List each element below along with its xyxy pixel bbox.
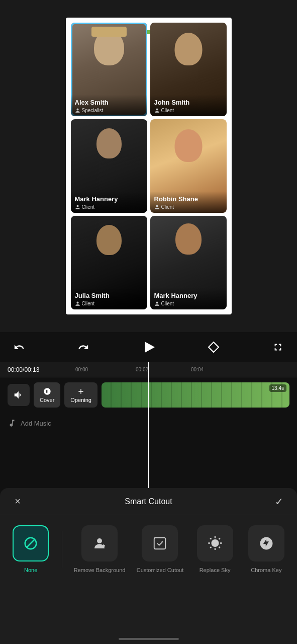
replace-sky-icon bbox=[208, 536, 223, 551]
ruler-marks: 00:00 00:02 00:04 bbox=[75, 362, 297, 377]
person-icon-mark2 bbox=[154, 301, 160, 306]
card-name-mark: Mark Hannery bbox=[75, 195, 143, 203]
cutout-option-none[interactable]: None bbox=[11, 525, 51, 574]
card-name-julia: Julia Smith bbox=[75, 292, 143, 300]
opening-label: Opening bbox=[70, 397, 91, 403]
card-info-mark: Mark Hannery Client bbox=[71, 191, 147, 213]
video-track-stripes bbox=[102, 382, 289, 408]
svg-point-2 bbox=[97, 538, 102, 543]
none-icon bbox=[23, 536, 38, 551]
cutout-option-chroma[interactable]: Chroma Key bbox=[246, 525, 286, 574]
custom-cutout-label: Customized Cutout bbox=[137, 567, 184, 574]
card-role-mark: Client bbox=[75, 204, 143, 210]
bottom-indicator bbox=[119, 638, 179, 640]
panel-title: Smart Cutout bbox=[125, 497, 172, 506]
remove-bg-icon bbox=[92, 536, 107, 551]
current-time: 00:00 bbox=[8, 366, 23, 373]
card-info-alex: Alex Smith Specialist bbox=[71, 95, 147, 116]
photo-grid: Alex Smith Specialist John Smith Client bbox=[66, 18, 232, 314]
person-icon-julia bbox=[75, 301, 80, 306]
grid-card-mark-hannery[interactable]: Mark Hannery Client bbox=[71, 119, 147, 213]
smart-cutout-panel: × Smart Cutout ✓ None bbox=[0, 488, 297, 644]
separator-1 bbox=[62, 531, 62, 568]
ruler-mark-0: 00:00 bbox=[75, 367, 88, 372]
undo-button[interactable] bbox=[10, 338, 28, 356]
play-button[interactable] bbox=[139, 337, 159, 357]
keyframe-button[interactable] bbox=[205, 338, 223, 356]
card-role-john: Client bbox=[154, 108, 223, 113]
replace-sky-icon-wrap bbox=[197, 525, 233, 561]
audio-track-icon bbox=[8, 384, 30, 406]
grid-card-john-smith[interactable]: John Smith Client bbox=[150, 23, 227, 116]
svg-line-1 bbox=[27, 540, 35, 547]
card-info-robbin: Robbin Shane Client bbox=[150, 191, 227, 213]
timeline-playhead[interactable] bbox=[148, 362, 149, 488]
cover-icon bbox=[43, 387, 51, 395]
person-icon-john bbox=[154, 108, 160, 113]
video-preview: Alex Smith Specialist John Smith Client bbox=[0, 0, 297, 332]
replace-sky-label: Replace Sky bbox=[200, 567, 231, 574]
chroma-key-icon bbox=[259, 536, 274, 551]
person-icon-mark bbox=[75, 204, 80, 210]
panel-confirm-button[interactable]: ✓ bbox=[272, 494, 287, 509]
card-role-robbin: Client bbox=[154, 204, 223, 210]
remove-bg-icon-wrap bbox=[81, 525, 118, 561]
chroma-key-label: Chroma Key bbox=[251, 567, 281, 574]
card-name-robbin: Robbin Shane bbox=[154, 195, 223, 203]
card-info-julia: Julia Smith Client bbox=[71, 288, 147, 309]
person-icon-robbin bbox=[154, 204, 160, 210]
cutout-option-remove-bg[interactable]: Remove Background bbox=[74, 525, 126, 574]
panel-close-button[interactable]: × bbox=[10, 494, 25, 509]
play-icon bbox=[145, 342, 155, 353]
card-name-mark2: Mark Hannery bbox=[154, 292, 223, 300]
none-label: None bbox=[24, 567, 37, 574]
cutout-option-custom[interactable]: Customized Cutout bbox=[137, 525, 184, 574]
plus-icon bbox=[77, 387, 85, 395]
card-name-john: John Smith bbox=[154, 99, 223, 107]
grid-card-mark-hannery-2[interactable]: Mark Hannery Client bbox=[150, 216, 227, 309]
grid-card-julia-smith[interactable]: Julia Smith Client bbox=[71, 216, 147, 309]
none-icon-wrap bbox=[13, 525, 49, 561]
person-icon-alex bbox=[75, 108, 80, 113]
svg-rect-3 bbox=[154, 538, 166, 549]
grid-card-robbin-shane[interactable]: Robbin Shane Client bbox=[150, 119, 227, 213]
opening-chip[interactable]: Opening bbox=[64, 382, 97, 408]
card-info-john: John Smith Client bbox=[150, 95, 227, 116]
chroma-key-icon-wrap bbox=[248, 525, 284, 561]
add-music-label: Add Music bbox=[21, 420, 51, 427]
cover-chip[interactable]: Cover bbox=[34, 382, 60, 408]
remove-bg-label: Remove Background bbox=[74, 567, 126, 574]
panel-header: × Smart Cutout ✓ bbox=[0, 488, 297, 515]
fullscreen-button[interactable] bbox=[269, 338, 287, 356]
ruler-mark-2: 00:04 bbox=[191, 367, 204, 372]
redo-button[interactable] bbox=[74, 338, 92, 356]
card-role-julia: Client bbox=[75, 301, 143, 306]
grid-card-alex-smith[interactable]: Alex Smith Specialist bbox=[71, 23, 147, 116]
card-role-alex: Specialist bbox=[75, 108, 143, 113]
music-note-icon bbox=[8, 419, 17, 428]
cutout-option-replace-sky[interactable]: Replace Sky bbox=[195, 525, 235, 574]
cover-label: Cover bbox=[40, 397, 54, 403]
ruler-mark-1: 00:02 bbox=[136, 367, 148, 372]
timeline-area: 00:00/00:13 00:00 00:02 00:04 Cover Open… bbox=[0, 362, 297, 488]
card-info-mark2: Mark Hannery Client bbox=[150, 288, 227, 309]
card-name-alex: Alex Smith bbox=[75, 99, 143, 107]
video-track[interactable]: 13.4s bbox=[102, 382, 289, 408]
custom-cutout-icon bbox=[152, 536, 167, 551]
controls-bar bbox=[0, 332, 297, 362]
custom-cutout-icon-wrap bbox=[142, 525, 178, 561]
total-time: 00:13 bbox=[24, 366, 39, 373]
time-display: 00:00/00:13 bbox=[8, 366, 39, 373]
card-role-mark2: Client bbox=[154, 301, 223, 306]
cutout-options: None Remove Background bbox=[0, 515, 297, 579]
